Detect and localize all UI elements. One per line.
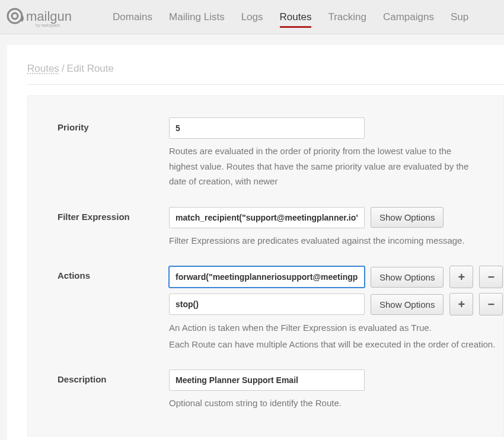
nav-mailing-lists[interactable]: Mailing Lists [169,2,225,33]
filter-help: Filter Expressions are predicates evalua… [169,233,480,248]
svg-point-0 [8,9,22,23]
priority-input[interactable] [169,117,365,139]
topbar: mailgun by rackspace Domains Mailing Lis… [0,0,504,34]
action-0-remove-button[interactable]: − [479,266,503,288]
label-priority: Priority [58,117,152,132]
plus-icon: + [458,270,465,284]
action-0-add-button[interactable]: + [449,266,473,288]
priority-help: Routes are evaluated in the order of pri… [169,144,480,189]
breadcrumb-separator: / [62,63,65,74]
breadcrumb-current: Edit Route [67,63,114,74]
filter-show-options-button[interactable]: Show Options [371,207,444,228]
minus-icon: − [488,270,495,284]
row-actions: Actions Show Options + − Show Options + … [58,266,480,352]
minus-icon: − [488,298,495,311]
row-priority: Priority Routes are evaluated in the ord… [58,117,480,189]
plus-icon: + [458,298,465,311]
logo[interactable]: mailgun by rackspace [6,5,95,29]
description-input[interactable] [169,369,365,391]
action-0-show-options-button[interactable]: Show Options [371,267,444,288]
nav-domains[interactable]: Domains [113,2,152,33]
breadcrumb: Routes/Edit Route [27,63,504,85]
svg-text:by rackspace: by rackspace [36,23,60,28]
actions-help-2: Each Route can have multiple Actions tha… [169,337,503,352]
form-panel: Priority Routes are evaluated in the ord… [27,95,504,436]
actions-help-1: An Action is taken when the Filter Expre… [169,320,503,336]
description-help: Optional custom string to identify the R… [169,396,480,411]
nav-tracking[interactable]: Tracking [328,2,366,33]
action-input-1[interactable] [169,294,365,315]
nav-logs[interactable]: Logs [241,2,263,33]
row-description: Description Optional custom string to id… [58,369,480,411]
action-1-remove-button[interactable]: − [479,293,503,315]
breadcrumb-root-link[interactable]: Routes [27,63,59,74]
svg-text:mailgun: mailgun [26,9,72,24]
label-description: Description [58,369,152,384]
nav-support[interactable]: Sup [451,2,468,33]
label-filter: Filter Expression [58,207,152,222]
action-1-show-options-button[interactable]: Show Options [371,294,444,315]
page-content: Routes/Edit Route Priority Routes are ev… [7,45,504,440]
main-nav: Domains Mailing Lists Logs Routes Tracki… [113,2,498,33]
label-actions: Actions [58,266,152,280]
mailgun-logo-icon: mailgun by rackspace [6,5,95,29]
nav-routes[interactable]: Routes [280,2,312,33]
svg-point-1 [12,13,18,19]
action-input-0[interactable] [169,266,365,288]
row-filter: Filter Expression Show Options Filter Ex… [58,207,480,248]
filter-input[interactable] [169,207,365,228]
action-1-add-button[interactable]: + [449,293,473,315]
nav-campaigns[interactable]: Campaigns [383,2,434,33]
